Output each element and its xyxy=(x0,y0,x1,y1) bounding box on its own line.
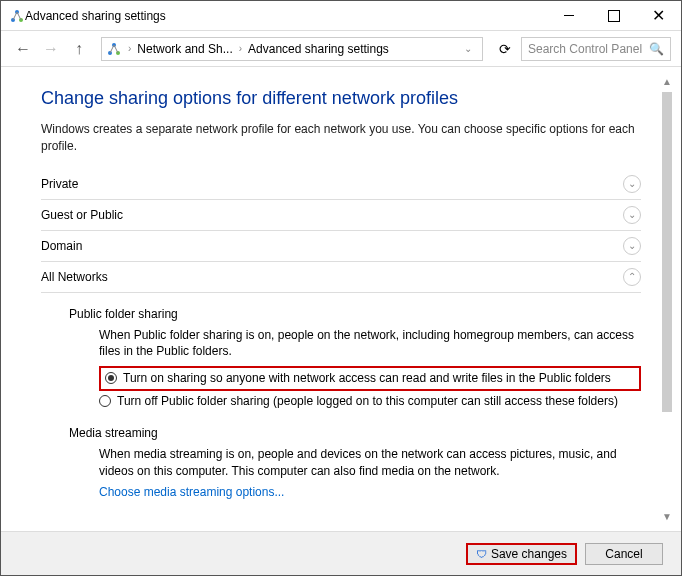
chevron-down-icon: ⌄ xyxy=(623,237,641,255)
scroll-thumb[interactable] xyxy=(662,92,672,412)
nav-toolbar: ← → ↑ › Network and Sh... › Advanced sha… xyxy=(1,31,681,67)
radio-icon xyxy=(105,372,117,384)
media-streaming-title: Media streaming xyxy=(69,426,641,440)
media-streaming-desc: When media streaming is on, people and d… xyxy=(69,446,641,480)
radio-turn-off-sharing[interactable]: Turn off Public folder sharing (people l… xyxy=(99,391,641,412)
close-button[interactable]: ✕ xyxy=(636,1,681,30)
scrollbar[interactable]: ▲ ▼ xyxy=(659,76,675,527)
radio-label: Turn off Public folder sharing (people l… xyxy=(117,393,618,410)
section-guest[interactable]: Guest or Public ⌄ xyxy=(41,200,641,231)
up-button[interactable]: ↑ xyxy=(67,37,91,61)
forward-button[interactable]: → xyxy=(39,37,63,61)
save-label: Save changes xyxy=(491,547,567,561)
save-button[interactable]: 🛡 Save changes xyxy=(466,543,577,565)
network-icon xyxy=(106,41,122,57)
shield-icon: 🛡 xyxy=(476,548,487,560)
refresh-button[interactable]: ⟳ xyxy=(493,37,517,61)
public-folder-title: Public folder sharing xyxy=(69,307,641,321)
search-input[interactable]: Search Control Panel 🔍 xyxy=(521,37,671,61)
content-area: Change sharing options for different net… xyxy=(1,68,681,531)
radio-icon xyxy=(99,395,111,407)
footer-bar: 🛡 Save changes Cancel xyxy=(1,531,681,575)
crumb-advanced[interactable]: Advanced sharing settings xyxy=(248,42,389,56)
scroll-up-icon[interactable]: ▲ xyxy=(659,76,675,92)
public-folder-radio-group: Turn on sharing so anyone with network a… xyxy=(69,366,641,412)
titlebar: Advanced sharing settings ✕ xyxy=(1,1,681,31)
chevron-right-icon: › xyxy=(235,43,246,54)
chevron-down-icon: ⌄ xyxy=(623,206,641,224)
minimize-button[interactable] xyxy=(546,1,591,30)
maximize-button[interactable] xyxy=(591,1,636,30)
network-icon xyxy=(9,8,25,24)
cancel-button[interactable]: Cancel xyxy=(585,543,663,565)
section-label: Domain xyxy=(41,239,623,253)
breadcrumb[interactable]: › Network and Sh... › Advanced sharing s… xyxy=(101,37,483,61)
radio-turn-on-sharing[interactable]: Turn on sharing so anyone with network a… xyxy=(99,366,641,391)
chevron-right-icon: › xyxy=(124,43,135,54)
public-folder-desc: When Public folder sharing is on, people… xyxy=(69,327,641,361)
page-subtext: Windows creates a separate network profi… xyxy=(41,121,641,155)
window-controls: ✕ xyxy=(546,1,681,30)
section-private[interactable]: Private ⌄ xyxy=(41,169,641,200)
chevron-down-icon[interactable]: ⌄ xyxy=(462,43,474,54)
all-networks-expanded: Public folder sharing When Public folder… xyxy=(41,293,641,500)
scroll-down-icon[interactable]: ▼ xyxy=(659,511,675,527)
chevron-up-icon: ⌃ xyxy=(623,268,641,286)
media-streaming-link[interactable]: Choose media streaming options... xyxy=(69,485,641,499)
section-label: Private xyxy=(41,177,623,191)
section-domain[interactable]: Domain ⌄ xyxy=(41,231,641,262)
cancel-label: Cancel xyxy=(605,547,642,561)
back-button[interactable]: ← xyxy=(11,37,35,61)
crumb-network[interactable]: Network and Sh... xyxy=(137,42,232,56)
section-label: Guest or Public xyxy=(41,208,623,222)
search-icon: 🔍 xyxy=(649,42,664,56)
radio-label: Turn on sharing so anyone with network a… xyxy=(123,370,611,387)
section-all-networks[interactable]: All Networks ⌃ xyxy=(41,262,641,293)
section-label: All Networks xyxy=(41,270,623,284)
search-placeholder: Search Control Panel xyxy=(528,42,642,56)
page-heading: Change sharing options for different net… xyxy=(41,88,641,109)
chevron-down-icon: ⌄ xyxy=(623,175,641,193)
window-title: Advanced sharing settings xyxy=(25,9,546,23)
